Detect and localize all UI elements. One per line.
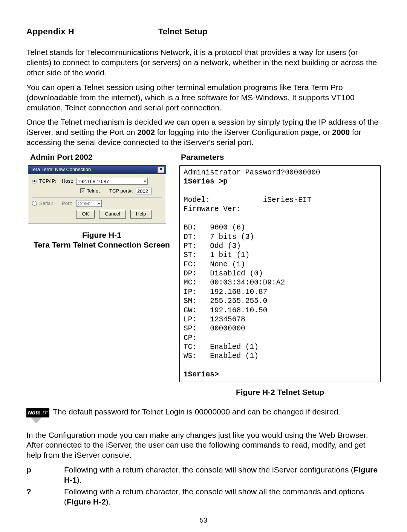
telnet-checkbox[interactable] xyxy=(80,188,85,193)
help-button[interactable]: Help xyxy=(130,210,152,219)
tera-term-dialog: Tera Term: New Connection × TCP/IP: Host… xyxy=(28,165,166,223)
paragraph: In the Configuration mode you can make a… xyxy=(26,430,381,461)
port-select[interactable]: COM2 xyxy=(76,200,102,207)
tcpip-label: TCP/IP: xyxy=(39,178,62,185)
command-desc-question: Following with a return character, the c… xyxy=(64,487,381,507)
telnet-label: Telnet xyxy=(87,188,109,194)
command-key-question: ? xyxy=(26,487,64,507)
subheadings: Admin Port 2002 Parameters xyxy=(26,152,381,162)
tcpport-label: TCP port#: xyxy=(109,188,136,194)
close-icon[interactable]: × xyxy=(158,167,164,173)
section-title: Telnet Setup xyxy=(158,26,207,37)
tcpport-input[interactable]: 2002 xyxy=(136,188,151,194)
telnet-output: Administrator Password?00000000 iSeries … xyxy=(179,165,381,382)
paragraph: You can open a Telnet session using othe… xyxy=(26,83,381,113)
command-list: p Following with a return character, the… xyxy=(26,465,381,507)
page-header: Appendix H Telnet Setup xyxy=(26,26,381,37)
cancel-button[interactable]: Cancel xyxy=(99,210,125,219)
host-input[interactable]: 192.168.10.87 xyxy=(76,178,148,185)
tcpip-radio[interactable] xyxy=(32,179,37,183)
command-key-p: p xyxy=(26,465,64,485)
serial-label: Serial: xyxy=(39,200,62,207)
subhead-parameters: Parameters xyxy=(181,152,224,162)
dialog-titlebar: Tera Term: New Connection × xyxy=(28,166,166,174)
host-label: Host: xyxy=(62,178,76,185)
serial-radio[interactable] xyxy=(32,201,37,206)
note-text: The default password for Telnet Login is… xyxy=(53,407,381,417)
appendix-label: Appendix H xyxy=(26,26,158,37)
paragraph: Once the Telnet mechanism is decided we … xyxy=(26,117,381,148)
figure-h2-caption: Figure H-2 Telnet Setup xyxy=(179,387,381,397)
paragraph: Telnet stands for Telecommunications Net… xyxy=(26,47,381,78)
command-desc-p: Following with a return character, the c… xyxy=(64,465,381,485)
page-number: 53 xyxy=(26,516,381,525)
dialog-title: Tera Term: New Connection xyxy=(31,167,91,173)
subhead-admin-port: Admin Port 2002 xyxy=(26,152,181,162)
port-label: Port: xyxy=(62,200,76,207)
note-pointer-icon xyxy=(31,417,41,423)
ok-button[interactable]: OK xyxy=(76,210,95,219)
note-tag: Note ☞ xyxy=(26,408,49,417)
figure-h1-caption: Figure H-1 Tera Term Telnet Connection S… xyxy=(26,230,177,251)
note-block: Note ☞ The default password for Telnet L… xyxy=(26,407,381,423)
